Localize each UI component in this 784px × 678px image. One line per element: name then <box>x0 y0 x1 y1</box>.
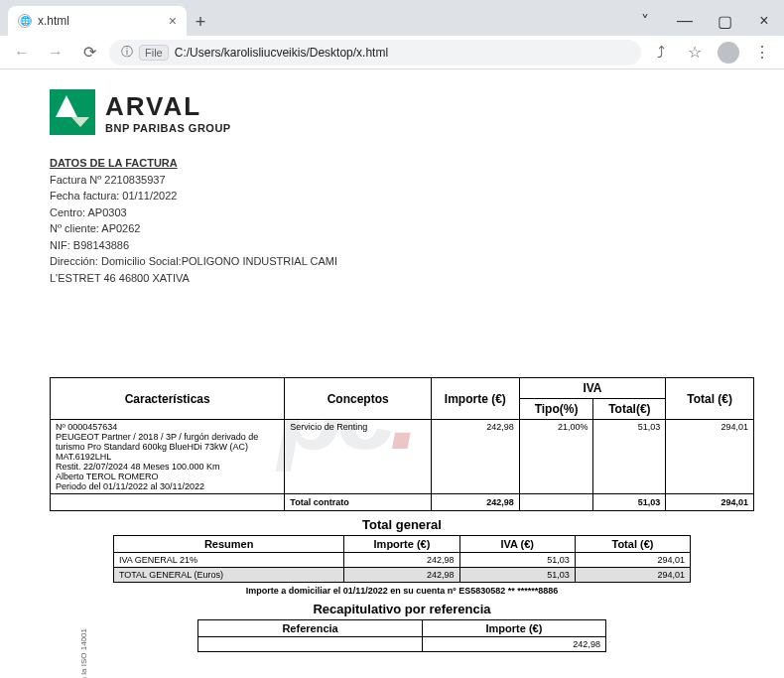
close-window-button[interactable]: × <box>744 6 784 36</box>
new-tab-button[interactable]: + <box>187 8 214 36</box>
share-icon[interactable]: ⤴ <box>647 39 675 67</box>
invoice-line: Centro: AP0303 <box>50 204 754 221</box>
th-sum-total: Total (€) <box>575 536 690 553</box>
url-text: C:/Users/karolisliucveikis/Desktop/x.htm… <box>175 46 388 60</box>
address-bar[interactable]: ⓘ File C:/Users/karolisliucveikis/Deskto… <box>109 40 641 66</box>
th-iva: IVA <box>519 378 666 399</box>
total-general-title: Total general <box>50 517 754 532</box>
invoice-line: L'ESTRET 46 46800 XATIVA <box>50 270 754 287</box>
th-total: Total (€) <box>666 378 754 420</box>
summary-table: Resumen Importe (€) IVA (€) Total (€) IV… <box>113 535 691 583</box>
invoice-line: Nº cliente: AP0262 <box>50 220 754 237</box>
table-total-row: Total contrato 242,98 51,03 294,01 <box>51 494 754 511</box>
th-conceptos: Conceptos <box>285 378 432 420</box>
invoice-data-block: DATOS DE LA FACTURA Factura Nº 221083593… <box>50 155 754 286</box>
file-chip: File <box>139 45 169 61</box>
close-tab-icon[interactable]: × <box>169 13 177 29</box>
th-iva-total: Total(€) <box>593 399 666 420</box>
ref-row: 242,98 <box>198 637 606 652</box>
back-button[interactable]: ← <box>8 39 36 67</box>
reference-table: Referencia Importe (€) 242,98 <box>197 619 606 652</box>
profile-avatar[interactable] <box>715 39 742 67</box>
forward-button[interactable]: → <box>42 39 69 67</box>
tab-title: x.html <box>38 14 69 28</box>
invoice-heading: DATOS DE LA FACTURA <box>50 155 754 172</box>
invoice-line: Fecha factura: 01/11/2022 <box>50 188 754 204</box>
invoice-line: NIF: B98143886 <box>50 237 754 254</box>
chevron-down-icon[interactable]: ˅ <box>625 6 665 36</box>
browser-toolbar: ← → ⟳ ⓘ File C:/Users/karolisliucveikis/… <box>0 36 784 69</box>
summary-row: IVA GENERAL 21% 242,98 51,03 294,01 <box>113 553 690 568</box>
th-ref-importe: Importe (€) <box>423 620 606 637</box>
brand-sub: BNP PARIBAS GROUP <box>105 122 231 134</box>
bnp-logo-icon <box>50 89 95 135</box>
menu-icon[interactable]: ⋮ <box>748 39 776 67</box>
main-invoice-table: Características Conceptos Importe (€) IV… <box>50 377 754 511</box>
domicile-note: Importe a domiciliar el 01/11/2022 en su… <box>50 586 754 596</box>
invoice-line: Factura Nº 2210835937 <box>50 172 754 189</box>
document-page: pc. ARVAL BNP PARIBAS GROUP DATOS DE LA … <box>0 69 784 678</box>
browser-tab[interactable]: 🌐 x.html × <box>8 6 187 36</box>
file-icon: ⓘ <box>121 44 133 61</box>
th-iva-tipo: Tipo(%) <box>519 399 593 420</box>
window-controls: ˅ — ▢ × <box>625 6 784 36</box>
minimize-button[interactable]: — <box>665 6 705 36</box>
table-row: Nº 0000457634 PEUGEOT Partner / 2018 / 3… <box>51 420 754 494</box>
th-sum-iva: IVA (€) <box>459 536 575 553</box>
globe-icon: 🌐 <box>18 14 32 28</box>
invoice-line: Dirección: Domicilio Social:POLIGONO IND… <box>50 253 754 270</box>
maximize-button[interactable]: ▢ <box>705 6 744 36</box>
recap-title: Recapitulativo por referencia <box>50 602 754 616</box>
th-importe: Importe (€) <box>432 378 520 420</box>
brand-header: ARVAL BNP PARIBAS GROUP <box>50 89 754 135</box>
summary-total-row: TOTAL GENERAL (Euros) 242,98 51,03 294,0… <box>113 568 690 583</box>
th-resumen: Resumen <box>113 536 343 553</box>
th-referencia: Referencia <box>198 620 423 637</box>
browser-titlebar: 🌐 x.html × + ˅ — ▢ × <box>0 0 784 36</box>
reload-button[interactable]: ⟳ <box>75 39 103 67</box>
brand-name: ARVAL <box>105 91 231 122</box>
th-sum-importe: Importe (€) <box>344 536 459 553</box>
th-caracteristicas: Características <box>51 378 285 420</box>
star-icon[interactable]: ☆ <box>681 39 709 67</box>
